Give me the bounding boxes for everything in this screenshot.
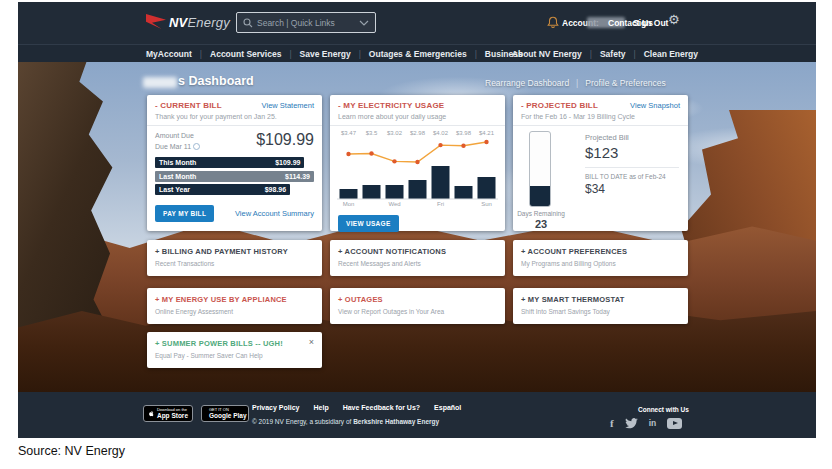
tile-energy-use-by-appliance[interactable]: + MY ENERGY USE BY APPLIANCE Online Ener… — [147, 288, 322, 324]
source-caption: Source: NV Energy — [18, 444, 125, 458]
bill-row-label: This Month — [159, 159, 196, 166]
tile-subtitle: Recent Transactions — [155, 260, 314, 267]
nav-separator: | — [200, 49, 202, 59]
nav-separator: | — [289, 49, 291, 59]
app-store-label: App Store — [157, 412, 188, 419]
usage-day-label: Fri — [429, 201, 452, 207]
social-icons-row: f in — [610, 417, 682, 429]
nav-separator: | — [633, 49, 635, 59]
bill-comparison-list: This Month $109.99 Last Month $114.39 La… — [147, 154, 322, 195]
dashboard-links-separator: | — [576, 78, 578, 88]
nav-left-group: MyAccount| Account Services| Save Energy… — [146, 45, 523, 63]
view-account-summary-link[interactable]: View Account Summary — [235, 209, 314, 218]
espanol-link[interactable]: Español — [434, 404, 461, 411]
rearrange-dashboard-link[interactable]: Rearrange Dashboard — [485, 78, 569, 88]
projected-bill-card: - PROJECTED BILL View Snapshot For the F… — [513, 95, 688, 231]
tile-title[interactable]: + OUTAGES — [338, 295, 497, 304]
electricity-usage-title[interactable]: - MY ELECTRICITY USAGE — [338, 101, 444, 110]
google-play-label: Google Play — [209, 412, 247, 419]
search-box[interactable] — [236, 12, 376, 33]
chevron-down-icon[interactable] — [359, 19, 369, 27]
dashboard-links: Rearrange Dashboard | Profile & Preferen… — [485, 78, 666, 88]
tile-title[interactable]: + MY ENERGY USE BY APPLIANCE — [155, 295, 314, 304]
google-play-badge[interactable]: GET IT ONGoogle Play — [201, 405, 249, 422]
search-input[interactable] — [257, 18, 355, 28]
tile-subtitle: My Programs and Billing Options — [521, 260, 680, 267]
nv-energy-logo-icon[interactable] — [146, 14, 166, 29]
tile-billing-payment-history[interactable]: + BILLING AND PAYMENT HISTORY Recent Tra… — [147, 240, 322, 276]
current-bill-card: - CURRENT BILL View Statement Thank you … — [147, 95, 322, 231]
view-usage-button[interactable]: VIEW USAGE — [338, 215, 399, 232]
tile-title[interactable]: + SUMMER POWER BILLS -- UGH! — [155, 339, 314, 348]
nav-item-clean-energy[interactable]: Clean Energy — [644, 49, 698, 59]
nav-item-outages[interactable]: Outages & Emergencies — [369, 49, 467, 59]
tile-account-preferences[interactable]: + ACCOUNT PREFERENCES My Programs and Bi… — [513, 240, 688, 276]
nv-energy-logo[interactable]: NVEnergy — [169, 15, 230, 30]
top-header-bar: NVEnergy Account: Contact Us Sign Out ⚙ — [18, 2, 816, 44]
usage-day-label — [406, 201, 429, 207]
nav-item-account-services[interactable]: Account Services — [210, 49, 281, 59]
youtube-icon[interactable] — [667, 418, 682, 429]
nav-item-safety[interactable]: Safety — [600, 49, 626, 59]
bill-to-date-label: BILL TO DATE as of Feb-24 — [585, 173, 679, 180]
sign-out-link[interactable]: Sign Out — [633, 18, 668, 28]
current-bill-title[interactable]: - CURRENT BILL — [155, 101, 222, 110]
projected-bill-title[interactable]: - PROJECTED BILL — [521, 101, 598, 110]
amount-due-label: Amount Due — [155, 131, 200, 142]
nav-item-save-energy[interactable]: Save Energy — [300, 49, 351, 59]
days-remaining-value: 23 — [513, 218, 569, 230]
tile-subtitle: Shift Into Smart Savings Today — [521, 308, 680, 315]
nv-energy-dashboard-screen: NVEnergy Account: Contact Us Sign Out ⚙ … — [18, 2, 816, 438]
divider — [585, 167, 679, 168]
footer-bar: Download on theApp Store GET IT ONGoogle… — [18, 392, 816, 438]
profile-preferences-link[interactable]: Profile & Preferences — [585, 78, 665, 88]
notifications-bell-icon[interactable] — [546, 15, 560, 30]
gear-icon[interactable]: ⚙ — [668, 13, 680, 26]
twitter-icon[interactable] — [625, 418, 638, 429]
copyright-text: © 2019 NV Energy, a subsidiary of Berksh… — [252, 418, 439, 425]
tile-summer-power-bills-promo[interactable]: + SUMMER POWER BILLS -- UGH! Equal Pay -… — [147, 332, 322, 368]
usage-day-label — [452, 201, 475, 207]
usage-value-label: $4.02 — [429, 130, 452, 136]
linkedin-icon[interactable]: in — [649, 418, 657, 428]
privacy-policy-link[interactable]: Privacy Policy — [252, 404, 299, 411]
facebook-icon[interactable]: f — [610, 417, 614, 429]
usage-chart-svg — [337, 137, 498, 201]
feedback-link[interactable]: Have Feedback for Us? — [343, 404, 420, 411]
usage-value-label: $3.98 — [452, 130, 475, 136]
tile-title[interactable]: + ACCOUNT NOTIFICATIONS — [338, 247, 497, 256]
tile-subtitle: Online Energy Assessment — [155, 308, 314, 315]
tile-title[interactable]: + ACCOUNT PREFERENCES — [521, 247, 680, 256]
page-title: s Dashboard — [178, 74, 254, 88]
projected-bill-amount: $123 — [585, 144, 679, 161]
nav-item-about[interactable]: About NV Energy — [512, 49, 582, 59]
tile-outages[interactable]: + OUTAGES View or Report Outages in Your… — [330, 288, 505, 324]
tile-title[interactable]: + BILLING AND PAYMENT HISTORY — [155, 247, 314, 256]
user-name-redacted — [143, 77, 177, 88]
usage-value-label: $3.5 — [360, 130, 383, 136]
usage-day-label — [360, 201, 383, 207]
usage-values-row: $3.47$3.5$3.02$2.98$4.02$3.98$4.21 — [330, 126, 505, 136]
nav-item-myaccount[interactable]: MyAccount — [146, 49, 192, 59]
view-snapshot-link[interactable]: View Snapshot — [630, 101, 680, 110]
apple-icon — [148, 408, 154, 419]
bill-row-label: Last Year — [159, 186, 190, 193]
tile-smart-thermostat[interactable]: + MY SMART THERMOSTAT Shift Into Smart S… — [513, 288, 688, 324]
bill-row-last-month: Last Month $114.39 — [155, 171, 314, 182]
nav-separator: | — [475, 49, 477, 59]
bill-progress-gauge — [529, 131, 551, 207]
app-store-badge[interactable]: Download on theApp Store — [143, 405, 193, 422]
help-link[interactable]: Help — [313, 404, 328, 411]
billing-cycle-note: For the Feb 16 - Mar 19 Billing Cycle — [513, 110, 688, 126]
close-icon[interactable]: × — [309, 338, 314, 347]
tile-account-notifications[interactable]: + ACCOUNT NOTIFICATIONS Recent Messages … — [330, 240, 505, 276]
footer-links: Privacy Policy Help Have Feedback for Us… — [252, 404, 461, 411]
nav-separator: | — [359, 49, 361, 59]
usage-value-label: $3.02 — [383, 130, 406, 136]
due-date-label: Due Mar 11 — [155, 143, 191, 150]
tile-subtitle: View or Report Outages in Your Area — [338, 308, 497, 315]
tile-title[interactable]: + MY SMART THERMOSTAT — [521, 295, 680, 304]
pay-my-bill-button[interactable]: PAY MY BILL — [155, 205, 214, 222]
info-icon[interactable] — [193, 143, 200, 150]
view-statement-link[interactable]: View Statement — [262, 101, 314, 110]
